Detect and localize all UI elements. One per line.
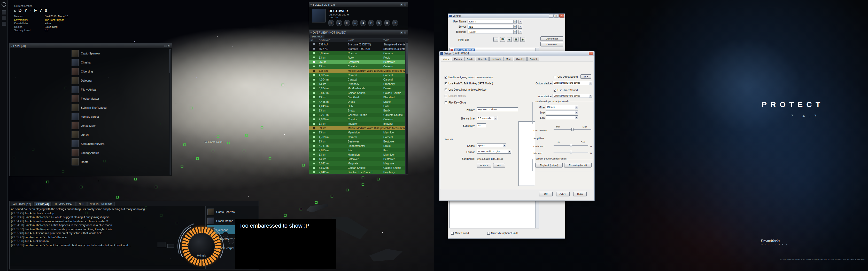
voice-option-checkbox[interactable]: Discard Hotkey <box>444 95 466 97</box>
scrollbar[interactable] <box>169 49 171 175</box>
overview-row[interactable]: 6,201 m Gallente Shuttle Gallente Shuttl… <box>309 113 405 117</box>
ventrilo-titlebar[interactable]: Ventrilo – ▢ ✕ <box>448 14 565 18</box>
recording-input-button[interactable]: Recording (input) <box>564 163 592 168</box>
target-bracket-icon[interactable] <box>227 142 230 144</box>
hud-readout[interactable] <box>157 242 166 247</box>
chat-member-row[interactable]: Capto Sparrow <box>207 207 258 216</box>
setup-tab[interactable]: Misc <box>503 57 513 61</box>
lock-target-icon[interactable]: ⊕ <box>376 20 382 26</box>
chat-icon[interactable] <box>2 10 6 14</box>
local-member-row[interactable]: Filthy Atrigan <box>71 85 168 94</box>
minimize-icon[interactable]: ▪ <box>400 31 403 34</box>
setup-tab[interactable]: Speech <box>476 57 489 61</box>
local-member-row[interactable]: Rootz <box>71 157 168 166</box>
module-slot[interactable] <box>223 232 228 237</box>
voice-option-checkbox[interactable]: Enable outgoing voice communications <box>444 76 493 79</box>
codec-dropdown[interactable]: Speex▼ <box>476 143 506 147</box>
line-volume-slider[interactable] <box>554 128 591 131</box>
target-bracket-icon[interactable] <box>196 158 199 160</box>
selected-item-header[interactable]: ▾ SELECTED ITEM ▪ ✕ <box>309 2 408 7</box>
overview-row[interactable]: 4,304 m Caracal Caracal <box>309 77 405 82</box>
local-member-row[interactable]: Jonas Maer <box>71 121 168 130</box>
overview-row[interactable]: 5,204 m Mr Murdercide Drake <box>309 86 405 91</box>
disconnect-button[interactable]: Disconnect <box>540 36 563 41</box>
playback-output-button[interactable]: Playback (output) <box>535 163 563 168</box>
voice-option-checkbox[interactable]: Use Push To Talk Hotkey ( PTT Mode ) <box>444 82 493 85</box>
setup-tab[interactable]: Voice <box>441 57 451 61</box>
phone-icon[interactable]: ☎ <box>500 37 505 42</box>
chat-tab[interactable]: TLB-OP-LOCAL <box>52 202 76 206</box>
speaker-icon[interactable]: ♪ <box>493 37 498 42</box>
local-member-row[interactable]: Cidersing <box>71 67 168 76</box>
overview-row[interactable]: 6,022 m Magnate Magnate <box>309 161 405 166</box>
show-info-icon[interactable]: i <box>328 20 334 26</box>
people-icon[interactable] <box>2 16 6 20</box>
overview-row[interactable]: 13 km Myrmidon Myrmidon <box>309 130 405 135</box>
sensitivity-field[interactable]: 60 <box>476 123 486 127</box>
local-member-row[interactable]: Saintsin TheReaped <box>71 103 168 112</box>
approach-icon[interactable]: ▴ <box>336 20 342 26</box>
silence-time-dropdown[interactable]: 3.0 seconds▼ <box>476 116 497 120</box>
target-bracket-icon[interactable] <box>269 158 271 160</box>
direct-sound-input-checkbox[interactable]: Use Direct Sound <box>554 89 578 92</box>
sfx-button[interactable]: SFX <box>581 74 591 79</box>
target-bracket-icon[interactable] <box>134 178 137 180</box>
field-edit-button[interactable]: › <box>518 20 522 24</box>
mute-sound-checkbox[interactable]: Mute Sound <box>451 232 469 235</box>
overview-row[interactable]: 4,741 m FlobberMaster Drake <box>309 143 405 148</box>
overview-row[interactable]: 8,692 m Caldari Shuttle Caldari Shuttle <box>309 166 405 170</box>
chat-tab[interactable]: NOT RECRUITING <box>87 202 115 206</box>
close-icon[interactable]: ✕ <box>404 31 406 34</box>
target-bracket-icon[interactable] <box>245 134 248 137</box>
local-member-row[interactable]: FlobberMaster <box>71 94 168 103</box>
output-device-dropdown[interactable]: Default DirectSound device▼ <box>553 81 592 85</box>
format-dropdown[interactable]: 32 KHz, 16 bit, 10 Qlty▼ <box>476 150 511 154</box>
field-edit-button[interactable]: › <box>518 30 522 34</box>
overview-row[interactable]: 13 km Myrmidon Myrmidon <box>309 152 405 157</box>
target-bracket-icon[interactable] <box>212 150 214 152</box>
field-edit-button[interactable]: › <box>518 25 522 29</box>
outbound-slider[interactable] <box>554 144 588 147</box>
hotkey-field[interactable]: Keyboard: Left Alt <box>476 107 518 111</box>
target-bracket-icon[interactable] <box>362 176 364 179</box>
minimize-icon[interactable]: ▪ <box>164 45 167 47</box>
overview-row[interactable]: 3,854 m Coercer Coercer <box>309 51 405 55</box>
overview-row[interactable]: 13 km Prophecy Prophecy <box>309 82 405 86</box>
module-slot[interactable] <box>228 238 234 244</box>
target-bracket-icon[interactable] <box>346 189 348 191</box>
inbound-slider[interactable] <box>554 151 588 154</box>
setup-tab[interactable]: Overlay <box>514 57 527 61</box>
overview-row[interactable]: 4,709 m Caracal Caracal <box>309 135 405 139</box>
maximize-button[interactable]: ▢ <box>554 14 559 18</box>
info-icon[interactable]: ◉ <box>520 37 525 42</box>
overview-row[interactable]: 133 km Mobile Medium Warp Disruptor I Mo… <box>309 69 405 73</box>
field-dropdown[interactable]: TLB▼ <box>468 25 517 29</box>
mute-microphone-checkbox[interactable]: Mute Microphone/Binds <box>487 232 518 235</box>
voice-option-checkbox[interactable]: Play Key Clicks <box>444 101 466 104</box>
setup-tab[interactable]: Binds <box>464 57 475 61</box>
overview-row[interactable]: 13 km Impairor Impairor <box>309 122 405 126</box>
target-bracket-icon[interactable] <box>362 183 364 185</box>
target-bracket-icon[interactable] <box>243 150 245 152</box>
overview-row[interactable]: 2,930 m Covetor Covetor <box>309 117 405 122</box>
line-dropdown[interactable]: ▼ <box>546 115 578 119</box>
target-bracket-icon[interactable] <box>181 165 183 168</box>
eve-menu-icon[interactable] <box>2 2 6 7</box>
overview-row[interactable]: 631 AU Stargate (B-DBYQ) Stargate (Galle… <box>309 42 405 46</box>
overview-row[interactable]: 4,395 m Caracal Caracal <box>309 73 405 77</box>
mute-mic-icon[interactable]: ▣ <box>514 37 519 42</box>
monitor-button[interactable]: Monitor <box>476 163 491 168</box>
target-bracket-icon[interactable] <box>302 164 305 167</box>
orbit-icon[interactable]: ◎ <box>344 20 350 26</box>
local-member-row[interactable]: Daleopar <box>71 76 168 85</box>
overview-row[interactable]: 13 km Brutix Brutix <box>309 108 405 112</box>
target-bracket-icon[interactable] <box>190 107 192 109</box>
close-icon[interactable]: ✕ <box>404 3 406 6</box>
warp-to-icon[interactable]: ➤ <box>368 20 374 26</box>
direct-sound-output-checkbox[interactable]: Use Direct Sound <box>554 75 578 78</box>
overview-row[interactable]: 7,842 m Saintsin TheReaped Prophecy <box>309 170 405 174</box>
align-icon[interactable]: ◆ <box>360 20 366 26</box>
target-bracket-icon[interactable] <box>300 208 302 210</box>
help-button[interactable]: Hjälp <box>573 192 587 196</box>
close-button[interactable]: ✕ <box>559 14 564 18</box>
